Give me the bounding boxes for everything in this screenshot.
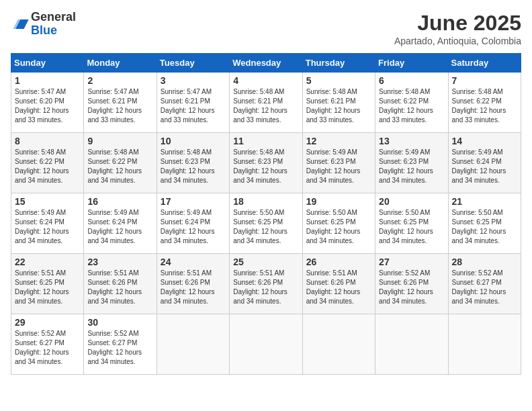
day-number: 18 <box>233 196 298 207</box>
day-info: Sunrise: 5:47 AMSunset: 6:20 PMDaylight:… <box>15 87 80 125</box>
calendar-cell: 28Sunrise: 5:52 AMSunset: 6:27 PMDayligh… <box>448 254 521 314</box>
day-number: 13 <box>379 136 444 146</box>
day-info: Sunrise: 5:51 AMSunset: 6:26 PMDaylight:… <box>233 269 298 306</box>
day-info: Sunrise: 5:49 AMSunset: 6:23 PMDaylight:… <box>379 148 444 185</box>
page-header: General Blue June 2025 Apartado, Antioqu… <box>11 11 521 46</box>
day-number: 4 <box>233 75 298 86</box>
calendar-cell: 1Sunrise: 5:47 AMSunset: 6:20 PMDaylight… <box>11 73 84 133</box>
col-sunday: Sunday <box>11 54 84 73</box>
day-number: 24 <box>161 257 226 267</box>
calendar-cell: 17Sunrise: 5:49 AMSunset: 6:24 PMDayligh… <box>157 193 229 254</box>
logo-text: General Blue <box>31 11 76 38</box>
location: Apartado, Antioquia, Colombia <box>394 36 521 46</box>
calendar-cell: 30Sunrise: 5:52 AMSunset: 6:27 PMDayligh… <box>84 314 157 375</box>
day-number: 2 <box>87 75 152 86</box>
day-number: 29 <box>15 317 80 328</box>
calendar-cell: 7Sunrise: 5:48 AMSunset: 6:22 PMDaylight… <box>448 73 521 133</box>
day-number: 12 <box>306 136 371 146</box>
day-number: 25 <box>233 257 298 267</box>
calendar-cell: 16Sunrise: 5:49 AMSunset: 6:24 PMDayligh… <box>84 193 157 254</box>
day-number: 28 <box>452 257 517 267</box>
calendar-cell: 4Sunrise: 5:48 AMSunset: 6:21 PMDaylight… <box>230 73 302 133</box>
day-number: 3 <box>161 75 226 86</box>
day-number: 23 <box>87 257 152 267</box>
col-wednesday: Wednesday <box>230 54 302 73</box>
day-info: Sunrise: 5:52 AMSunset: 6:27 PMDaylight:… <box>87 329 152 367</box>
calendar-cell: 19Sunrise: 5:50 AMSunset: 6:25 PMDayligh… <box>302 193 375 254</box>
day-info: Sunrise: 5:52 AMSunset: 6:27 PMDaylight:… <box>452 269 517 306</box>
day-number: 5 <box>306 75 371 86</box>
day-info: Sunrise: 5:52 AMSunset: 6:27 PMDaylight:… <box>15 329 80 367</box>
calendar-cell: 8Sunrise: 5:48 AMSunset: 6:22 PMDaylight… <box>11 133 84 193</box>
day-number: 30 <box>87 317 152 328</box>
calendar-week-row: 15Sunrise: 5:49 AMSunset: 6:24 PMDayligh… <box>11 193 521 254</box>
day-info: Sunrise: 5:48 AMSunset: 6:22 PMDaylight:… <box>379 87 444 125</box>
calendar-cell: 18Sunrise: 5:50 AMSunset: 6:25 PMDayligh… <box>230 193 302 254</box>
calendar-cell: 13Sunrise: 5:49 AMSunset: 6:23 PMDayligh… <box>375 133 448 193</box>
calendar-cell: 10Sunrise: 5:48 AMSunset: 6:23 PMDayligh… <box>157 133 229 193</box>
day-info: Sunrise: 5:48 AMSunset: 6:22 PMDaylight:… <box>87 148 152 185</box>
calendar-cell: 29Sunrise: 5:52 AMSunset: 6:27 PMDayligh… <box>11 314 84 375</box>
col-tuesday: Tuesday <box>157 54 229 73</box>
calendar-header-row: Sunday Monday Tuesday Wednesday Thursday… <box>11 54 521 73</box>
day-info: Sunrise: 5:47 AMSunset: 6:21 PMDaylight:… <box>161 87 226 125</box>
calendar-cell: 20Sunrise: 5:50 AMSunset: 6:25 PMDayligh… <box>375 193 448 254</box>
calendar-cell: 27Sunrise: 5:52 AMSunset: 6:26 PMDayligh… <box>375 254 448 314</box>
day-info: Sunrise: 5:49 AMSunset: 6:24 PMDaylight:… <box>452 148 517 185</box>
calendar-cell <box>375 314 448 375</box>
calendar-table: Sunday Monday Tuesday Wednesday Thursday… <box>11 53 521 375</box>
calendar-cell: 9Sunrise: 5:48 AMSunset: 6:22 PMDaylight… <box>84 133 157 193</box>
day-number: 19 <box>306 196 371 207</box>
month-year: June 2025 <box>394 11 521 36</box>
calendar-cell: 23Sunrise: 5:51 AMSunset: 6:26 PMDayligh… <box>84 254 157 314</box>
day-info: Sunrise: 5:50 AMSunset: 6:25 PMDaylight:… <box>233 208 298 246</box>
calendar-cell: 2Sunrise: 5:47 AMSunset: 6:21 PMDaylight… <box>84 73 157 133</box>
calendar-week-row: 8Sunrise: 5:48 AMSunset: 6:22 PMDaylight… <box>11 133 521 193</box>
calendar-cell: 12Sunrise: 5:49 AMSunset: 6:23 PMDayligh… <box>302 133 375 193</box>
calendar-cell: 24Sunrise: 5:51 AMSunset: 6:26 PMDayligh… <box>157 254 229 314</box>
day-info: Sunrise: 5:49 AMSunset: 6:24 PMDaylight:… <box>161 208 226 246</box>
calendar-cell: 3Sunrise: 5:47 AMSunset: 6:21 PMDaylight… <box>157 73 229 133</box>
calendar-cell: 15Sunrise: 5:49 AMSunset: 6:24 PMDayligh… <box>11 193 84 254</box>
day-info: Sunrise: 5:49 AMSunset: 6:24 PMDaylight:… <box>15 208 80 246</box>
calendar-week-row: 22Sunrise: 5:51 AMSunset: 6:25 PMDayligh… <box>11 254 521 314</box>
col-saturday: Saturday <box>448 54 521 73</box>
calendar-cell: 11Sunrise: 5:48 AMSunset: 6:23 PMDayligh… <box>230 133 302 193</box>
day-number: 7 <box>452 75 517 86</box>
logo-blue: Blue <box>31 24 57 37</box>
calendar-cell: 21Sunrise: 5:50 AMSunset: 6:25 PMDayligh… <box>448 193 521 254</box>
title-area: June 2025 Apartado, Antioquia, Colombia <box>394 11 521 46</box>
calendar-cell <box>448 314 521 375</box>
calendar-week-row: 1Sunrise: 5:47 AMSunset: 6:20 PMDaylight… <box>11 73 521 133</box>
col-monday: Monday <box>84 54 157 73</box>
calendar-cell: 14Sunrise: 5:49 AMSunset: 6:24 PMDayligh… <box>448 133 521 193</box>
col-thursday: Thursday <box>302 54 375 73</box>
day-info: Sunrise: 5:52 AMSunset: 6:26 PMDaylight:… <box>379 269 444 306</box>
day-number: 17 <box>161 196 226 207</box>
day-number: 11 <box>233 136 298 146</box>
calendar-cell: 26Sunrise: 5:51 AMSunset: 6:26 PMDayligh… <box>302 254 375 314</box>
day-info: Sunrise: 5:47 AMSunset: 6:21 PMDaylight:… <box>87 87 152 125</box>
day-info: Sunrise: 5:49 AMSunset: 6:23 PMDaylight:… <box>306 148 371 185</box>
calendar-cell <box>157 314 229 375</box>
calendar-cell: 22Sunrise: 5:51 AMSunset: 6:25 PMDayligh… <box>11 254 84 314</box>
day-info: Sunrise: 5:48 AMSunset: 6:23 PMDaylight:… <box>233 148 298 185</box>
day-number: 8 <box>15 136 80 146</box>
day-info: Sunrise: 5:50 AMSunset: 6:25 PMDaylight:… <box>379 208 444 246</box>
day-number: 21 <box>452 196 517 207</box>
calendar-cell <box>230 314 302 375</box>
day-number: 1 <box>15 75 80 86</box>
day-number: 10 <box>161 136 226 146</box>
day-info: Sunrise: 5:51 AMSunset: 6:26 PMDaylight:… <box>87 269 152 306</box>
calendar-cell: 5Sunrise: 5:48 AMSunset: 6:21 PMDaylight… <box>302 73 375 133</box>
logo-icon <box>11 15 30 34</box>
calendar-cell <box>302 314 375 375</box>
day-info: Sunrise: 5:48 AMSunset: 6:22 PMDaylight:… <box>15 148 80 185</box>
day-info: Sunrise: 5:51 AMSunset: 6:26 PMDaylight:… <box>161 269 226 306</box>
day-info: Sunrise: 5:51 AMSunset: 6:25 PMDaylight:… <box>15 269 80 306</box>
day-number: 26 <box>306 257 371 267</box>
day-number: 27 <box>379 257 444 267</box>
day-number: 6 <box>379 75 444 86</box>
day-info: Sunrise: 5:48 AMSunset: 6:21 PMDaylight:… <box>233 87 298 125</box>
col-friday: Friday <box>375 54 448 73</box>
